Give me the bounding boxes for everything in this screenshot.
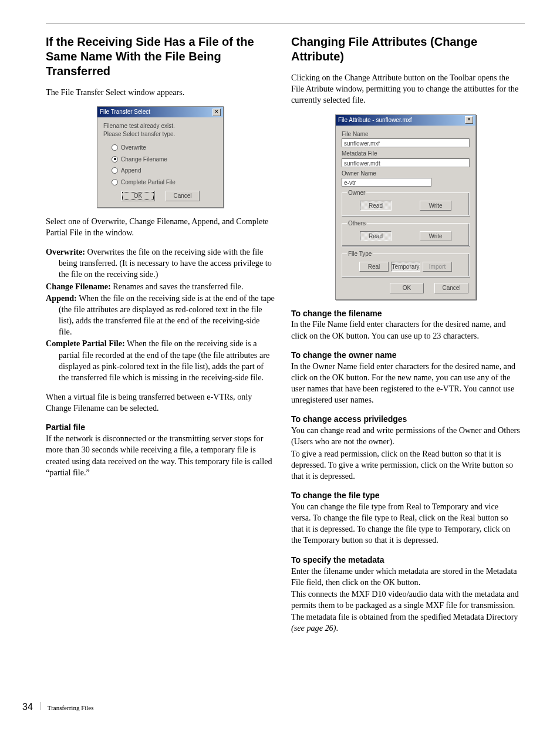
right-column: Changing File Attributes (Change Attribu… <box>291 35 520 635</box>
change-filename-heading: To change the filename <box>291 308 520 319</box>
metadata-file-field[interactable]: sunflower.mdt <box>342 158 470 167</box>
radio-complete-partial[interactable]: Complete Partial File <box>112 178 217 187</box>
others-write-button[interactable]: Write <box>420 231 451 242</box>
owner-group: Owner Read Write <box>342 189 470 216</box>
win1-title: File Transfer Select <box>100 108 150 116</box>
specify-metadata-text3: The metadata file is obtained from the s… <box>291 611 520 634</box>
others-group: Others Read Write <box>342 219 470 246</box>
specify-metadata-text2: This connects the MXF D10 video/audio da… <box>291 589 520 611</box>
left-note-virtual: When a virtual file is being transferred… <box>46 391 275 414</box>
right-heading: Changing File Attributes (Change Attribu… <box>291 35 520 64</box>
ok-button[interactable]: OK <box>121 191 155 201</box>
owner-read-button[interactable]: Read <box>360 201 392 211</box>
win2-title: File Attribute - sunflower.mxf <box>338 116 412 124</box>
file-type-group: File Type Real Temporary Import <box>342 250 470 277</box>
file-attribute-window: File Attribute - sunflower.mxf × File Na… <box>335 114 476 300</box>
specify-metadata-text1: Enter the filename under which metadata … <box>291 566 520 588</box>
change-access-text1: You can change read and write permission… <box>291 425 520 447</box>
partial-file-text: If the network is disconnected or the tr… <box>46 433 275 478</box>
right-intro: Clicking on the Change Attribute button … <box>291 72 520 106</box>
cancel-button[interactable]: Cancel <box>434 283 468 293</box>
owner-name-label: Owner Name <box>342 170 470 178</box>
footer-section: Transferring Files <box>48 704 94 712</box>
radio-overwrite[interactable]: Overwrite <box>112 144 217 152</box>
metadata-file-label: Metadata File <box>342 150 470 158</box>
radio-change-filename[interactable]: Change Filename <box>112 156 217 164</box>
change-access-text2: To give a read permission, click on the … <box>291 448 520 482</box>
change-filetype-text: You can change the file type from Real t… <box>291 501 520 546</box>
definitions-list: Overwrite: Overwrites the file on the re… <box>46 246 275 383</box>
partial-file-heading: Partial file <box>46 422 275 433</box>
import-button[interactable]: Import <box>423 262 452 272</box>
change-access-heading: To change access priviledges <box>291 414 520 425</box>
change-filename-text: In the File Name field enter characters … <box>291 319 520 341</box>
cancel-button[interactable]: Cancel <box>166 191 200 201</box>
others-read-button[interactable]: Read <box>360 231 392 242</box>
left-column: If the Receiving Side Has a File of the … <box>46 35 275 635</box>
owner-name-field[interactable]: e-vtr <box>342 178 431 187</box>
ok-button[interactable]: OK <box>390 283 424 293</box>
left-after-win: Select one of Overwrite, Change Filename… <box>46 216 275 238</box>
left-heading: If the Receiving Side Has a File of the … <box>46 35 275 79</box>
win1-msg2: Please Select transfer type. <box>103 130 217 138</box>
file-name-label: File Name <box>342 130 470 138</box>
page-number: 34 <box>22 701 33 714</box>
change-filetype-heading: To change the file type <box>291 490 520 501</box>
temporary-button[interactable]: Temporary <box>391 262 420 272</box>
file-name-field[interactable]: sunflower.mxf <box>342 138 470 147</box>
change-owner-text: In the Owner Name field enter characters… <box>291 361 520 406</box>
change-owner-heading: To change the owner name <box>291 350 520 361</box>
owner-write-button[interactable]: Write <box>420 201 451 211</box>
close-icon[interactable]: × <box>212 109 221 116</box>
left-intro: The File Transfer Select window appears. <box>46 87 275 98</box>
file-transfer-select-window: File Transfer Select × Filename test alr… <box>97 106 224 208</box>
win1-msg1: Filename test already exist. <box>103 122 217 130</box>
close-icon[interactable]: × <box>465 116 473 124</box>
radio-append[interactable]: Append <box>112 167 217 175</box>
page-footer: 34 Transferring Files <box>22 701 94 714</box>
specify-metadata-heading: To specify the metadata <box>291 555 520 566</box>
real-button[interactable]: Real <box>359 262 389 272</box>
